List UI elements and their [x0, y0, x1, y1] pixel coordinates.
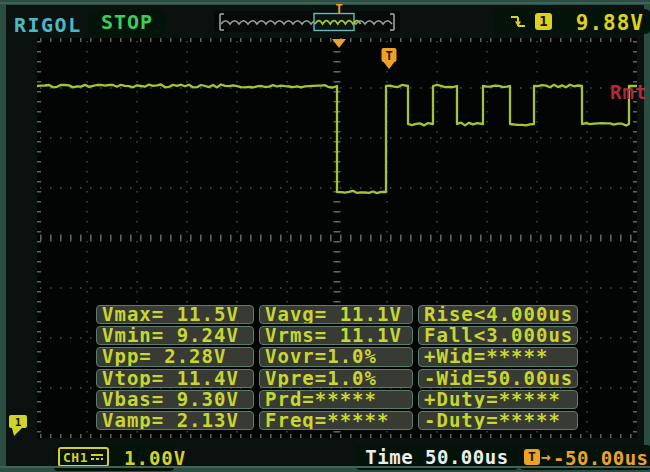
meas-vmax: Vmax= 11.5V — [96, 305, 254, 324]
memory-strip-graphic — [214, 11, 400, 32]
run-state-label: STOP — [101, 10, 153, 34]
channel1-ground-flag: 1 — [9, 415, 33, 439]
strip-trigger-marker: T — [331, 2, 347, 16]
falling-edge-icon — [509, 13, 527, 31]
bottom-divider — [0, 466, 650, 468]
meas-pduty: +Duty=***** — [418, 390, 578, 409]
trigger-position-marker — [332, 39, 346, 48]
channel1-badge: CH1 — [58, 447, 109, 467]
dc-coupling-icon — [90, 451, 104, 463]
trigger-level-value: 9.88V — [576, 11, 644, 35]
brand-logo: RIGOL — [14, 13, 82, 37]
memory-waveform-strip — [214, 11, 400, 32]
meas-nduty: -Duty=***** — [418, 411, 578, 430]
display-area: RIGOL STOP T 1 9.88V T — [6, 5, 644, 466]
oscilloscope-screen: RIGOL STOP T 1 9.88V T — [0, 0, 650, 472]
meas-vtop: Vtop= 11.4V — [96, 369, 254, 388]
meas-vavg: Vavg= 11.1V — [259, 305, 413, 324]
trigger-time-flag: T — [382, 48, 397, 69]
remote-indicator: Rmt — [610, 81, 647, 103]
meas-vbas: Vbas= 9.30V — [96, 390, 254, 409]
measurements-panel: Vmax= 11.5V Vavg= 11.1V Rise<4.000us Vmi… — [96, 305, 578, 430]
trigger-info-panel: 1 9.88V — [493, 9, 650, 34]
trigger-flag-label: T — [385, 49, 392, 63]
trigger-source-badge: 1 — [535, 13, 552, 30]
meas-rise: Rise<4.000us — [418, 305, 578, 324]
meas-vpre: Vpre=1.0% — [259, 369, 413, 388]
meas-pwid: +Wid=***** — [418, 347, 578, 366]
arrow-right-icon: → — [541, 447, 551, 466]
meas-vpp: Vpp= 2.28V — [96, 347, 254, 366]
channel1-ground-label: 1 — [15, 416, 22, 429]
meas-vamp: Vamp= 2.13V — [96, 411, 254, 430]
channel1-label: CH1 — [63, 450, 88, 465]
meas-vrms: Vrms= 11.1V — [259, 326, 413, 345]
meas-nwid: -Wid=50.00us — [418, 369, 578, 388]
meas-vmin: Vmin= 9.24V — [96, 326, 254, 345]
meas-freq: Freq=***** — [259, 411, 413, 430]
meas-vovr: Vovr=1.0% — [259, 347, 413, 366]
trigger-offset-icon: T — [524, 449, 540, 465]
meas-fall: Fall<3.000us — [418, 326, 578, 345]
graticule: T Rmt Vmax= 11.5V Vavg= 11.1V Rise<4.000… — [37, 38, 637, 438]
timebase-value: Time 50.00us — [365, 446, 508, 468]
run-state-badge: STOP — [88, 10, 166, 35]
meas-prd: Prd=***** — [259, 390, 413, 409]
